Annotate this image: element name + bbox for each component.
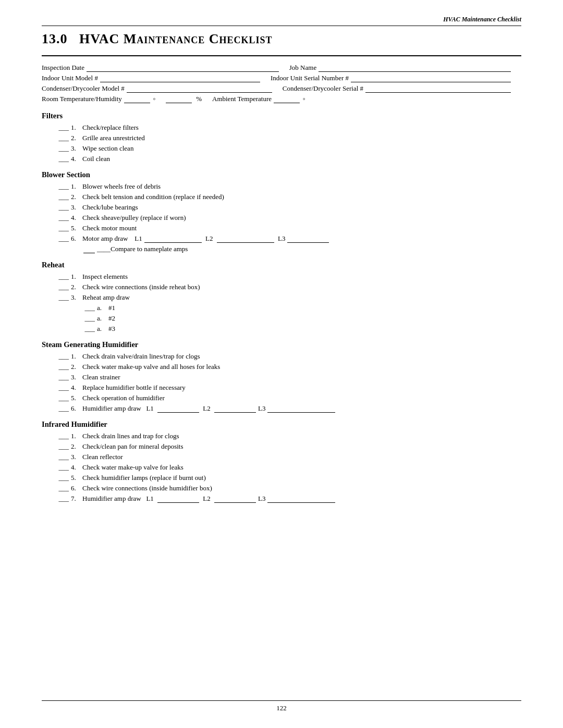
- amp-l1-line: [144, 236, 202, 243]
- indoor-serial-line: [351, 74, 511, 82]
- form-fields: Inspection Date Job Name Indoor Unit Mod…: [42, 64, 521, 103]
- blower-title: Blower Section: [42, 170, 521, 179]
- page: HVAC Maintenance Checklist 13.0 HVAC MAI…: [0, 0, 563, 728]
- list-item: ___ 5. Check humidifier lamps (replace i…: [42, 474, 521, 482]
- list-item: ___ 3. Clean reflector: [42, 453, 521, 461]
- doc-title-text: HVAC MAINTENANCE CHECKLIST: [79, 31, 273, 46]
- list-item: ___ 1. Inspect elements: [42, 273, 521, 281]
- ir-amp-l2-line: [214, 496, 256, 503]
- list-item: ___ 3. Check/lube bearings: [42, 203, 521, 212]
- list-item: ___ 6. Humidifier amp draw L1 L2 L3: [42, 404, 521, 413]
- percent-symbol: %: [196, 95, 202, 103]
- inspection-date-label: Inspection Date: [42, 64, 84, 72]
- amp-l2-line: [217, 236, 274, 243]
- list-item: ___ 3. Wipe section clean: [42, 144, 521, 153]
- sub-list-item: ___ a. #3: [42, 325, 521, 333]
- indoor-model-line: [100, 74, 260, 82]
- sub-list-item: ___ a. #2: [42, 314, 521, 323]
- list-item: ___ 2. Check belt tension and condition …: [42, 193, 521, 201]
- list-item: ___ 1. Blower wheels free of debris: [42, 182, 521, 191]
- job-name-label: Job Name: [289, 64, 316, 72]
- list-item: ___ 4. Replace humidifier bottle if nece…: [42, 384, 521, 392]
- list-item: ___ 2. Check wire connections (inside re…: [42, 283, 521, 291]
- indoor-serial-label: Indoor Unit Serial Number #: [271, 74, 349, 82]
- page-number: 122: [276, 704, 287, 712]
- hum-amp-l3-line: [267, 405, 335, 413]
- hum-amp-l2-line: [214, 405, 256, 413]
- job-name-line: [319, 64, 511, 72]
- ambient-label: Ambient Temperature: [212, 95, 272, 103]
- blower-section: Blower Section ___ 1. Blower wheels free…: [42, 170, 521, 253]
- list-item: ___ 5. Check motor mount: [42, 224, 521, 232]
- list-item: ___ 2. Grille area unrestricted: [42, 134, 521, 142]
- steam-humidifier-section: Steam Generating Humidifier ___ 1. Check…: [42, 340, 521, 413]
- list-item: ___ 1. Check/replace filters: [42, 124, 521, 132]
- room-temp-line: [124, 95, 150, 103]
- infrared-humidifier-title: Infrared Humidifier: [42, 420, 521, 429]
- condenser-model-label: Condenser/Drycooler Model #: [42, 84, 125, 93]
- humidity-line: [166, 95, 192, 103]
- form-row-2: Indoor Unit Model # Indoor Unit Serial N…: [42, 74, 521, 82]
- list-item: ___ 1. Check drain valve/drain lines/tra…: [42, 352, 521, 361]
- header-title: HVAC Maintenance Checklist: [443, 16, 521, 23]
- title-rule: [42, 55, 521, 56]
- reheat-section: Reheat ___ 1. Inspect elements ___ 2. Ch…: [42, 261, 521, 333]
- degree-symbol2: °: [303, 97, 305, 103]
- hum-amp-l1-line: [157, 405, 199, 413]
- inspection-date-line: [87, 64, 279, 72]
- reheat-title: Reheat: [42, 261, 521, 269]
- ir-amp-l3-line: [267, 496, 335, 503]
- list-item: ___ 7. Humidifier amp draw L1 L2 L3: [42, 495, 521, 503]
- sub-list-item: ___ a. #1: [42, 304, 521, 312]
- list-item: ___ 1. Check drain lines and trap for cl…: [42, 432, 521, 440]
- ambient-line: [274, 95, 300, 103]
- list-item: ___ 6. Motor amp draw L1 L2 L3: [42, 235, 521, 243]
- list-item: ___ 4. Coil clean: [42, 155, 521, 163]
- form-row-4: Room Temperature/Humidity ° % Ambient Te…: [42, 95, 521, 103]
- amp-l3-line: [287, 236, 329, 243]
- doc-title-number: 13.0: [42, 31, 68, 46]
- condenser-model-line: [127, 84, 272, 93]
- filters-section: Filters ___ 1. Check/replace filters ___…: [42, 112, 521, 163]
- list-item: ___ 2. Check/clean pan for mineral depos…: [42, 442, 521, 451]
- list-item: ___ 3. Clean strainer: [42, 373, 521, 381]
- indoor-model-label: Indoor Unit Model #: [42, 74, 98, 82]
- doc-title: 13.0 HVAC MAINTENANCE CHECKLIST: [42, 31, 521, 47]
- steam-humidifier-title: Steam Generating Humidifier: [42, 340, 521, 349]
- header-bar: HVAC Maintenance Checklist: [42, 16, 521, 26]
- filters-title: Filters: [42, 112, 521, 120]
- degree-symbol1: °: [153, 97, 155, 103]
- footer: 122: [42, 700, 521, 712]
- condenser-serial-label: Condenser/Drycooler Serial #: [283, 84, 363, 93]
- ir-amp-l1-line: [157, 496, 199, 503]
- list-item: ___ 6. Check wire connections (inside hu…: [42, 484, 521, 492]
- list-item: ___ 3. Reheat amp draw: [42, 293, 521, 302]
- list-item: ___ 4. Check water make-up valve for lea…: [42, 463, 521, 472]
- list-item: ___ 5. Check operation of humidifier: [42, 394, 521, 402]
- room-temp-label: Room Temperature/Humidity: [42, 95, 122, 103]
- infrared-humidifier-section: Infrared Humidifier ___ 1. Check drain l…: [42, 420, 521, 503]
- form-row-1: Inspection Date Job Name: [42, 64, 521, 72]
- form-row-3: Condenser/Drycooler Model # Condenser/Dr…: [42, 84, 521, 93]
- list-item: ___ 4. Check sheave/pulley (replace if w…: [42, 214, 521, 222]
- list-item: ___ 2. Check water make-up valve and all…: [42, 363, 521, 371]
- condenser-serial-line: [365, 84, 511, 93]
- compare-line: ____Compare to nameplate amps: [42, 245, 521, 253]
